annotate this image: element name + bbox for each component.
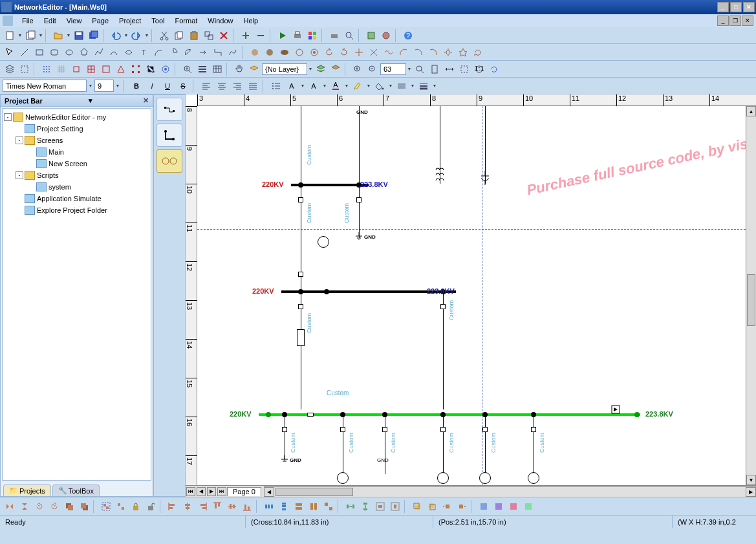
tree-node[interactable]: -NetworkEditor Editor - my	[4, 111, 149, 123]
zoom-input[interactable]: 63	[380, 63, 406, 75]
delete-button[interactable]	[217, 28, 231, 43]
page-next[interactable]: ▶	[207, 487, 216, 496]
tree-node[interactable]: -Screens	[4, 135, 149, 146]
ground-symbol[interactable]	[281, 455, 288, 463]
tool-b-button[interactable]	[379, 28, 393, 43]
switch-symbol[interactable]	[531, 427, 536, 432]
shape-refresh[interactable]	[471, 45, 485, 60]
line-weight[interactable]	[416, 79, 431, 93]
pie-tool[interactable]	[166, 45, 180, 60]
font-letter[interactable]: A	[285, 79, 299, 93]
polyline-tool[interactable]	[92, 45, 106, 60]
preview-button[interactable]	[342, 28, 356, 43]
layers-button[interactable]	[3, 62, 17, 76]
align-top-obj[interactable]	[210, 499, 224, 514]
add-button[interactable]	[239, 28, 253, 43]
close-button[interactable]: ✕	[743, 2, 755, 12]
rotate-left[interactable]	[47, 499, 61, 514]
fill-drop[interactable]: ▼	[388, 83, 393, 88]
shape-e[interactable]	[307, 45, 321, 60]
zoom-page[interactable]	[427, 62, 442, 76]
tree-node[interactable]: New Screen	[4, 158, 149, 169]
paste-button[interactable]	[187, 28, 201, 43]
transformer-symbol[interactable]	[435, 168, 445, 187]
misc-4[interactable]	[521, 499, 535, 514]
shape-arc1[interactable]	[396, 45, 411, 60]
meter-symbol[interactable]	[437, 472, 449, 484]
align-middle-obj[interactable]	[225, 499, 239, 514]
group[interactable]	[99, 499, 113, 514]
menu-view[interactable]: View	[61, 16, 87, 26]
play-marker[interactable]	[611, 405, 620, 414]
font-letter-drop[interactable]: ▼	[300, 83, 305, 88]
chord-tool[interactable]	[181, 45, 195, 60]
scroll-down[interactable]: ▼	[746, 475, 756, 485]
switch-symbol[interactable]	[440, 304, 446, 309]
sidebar-close[interactable]: ✕	[143, 96, 149, 105]
mdi-minimize-button[interactable]: _	[717, 16, 729, 26]
switch-symbol[interactable]	[440, 427, 446, 432]
line-weight-drop[interactable]: ▼	[432, 83, 437, 88]
tool-a-button[interactable]	[364, 28, 378, 43]
misc-2[interactable]	[491, 499, 506, 514]
same-height[interactable]	[307, 499, 321, 514]
meter-symbol[interactable]	[337, 472, 349, 484]
font-name-dropdown[interactable]: ▼	[88, 83, 93, 88]
guide-horizontal[interactable]	[197, 229, 746, 230]
arrow-tool[interactable]	[196, 45, 210, 60]
font-name-combo[interactable]: Times New Roman	[3, 80, 87, 92]
ground-symbol[interactable]	[355, 232, 363, 240]
tree-node[interactable]: system	[4, 181, 149, 193]
pointer-tool[interactable]	[3, 45, 17, 60]
tree-node[interactable]: -Scripts	[4, 169, 149, 181]
redo-dropdown[interactable]: ▼	[144, 33, 149, 38]
zoom-in2[interactable]	[351, 62, 365, 76]
open-dropdown[interactable]: ▼	[66, 33, 71, 38]
palette-item-1[interactable]	[157, 98, 182, 121]
line[interactable]	[534, 416, 534, 474]
arc-tool[interactable]	[151, 45, 166, 60]
scroll-thumb-h[interactable]	[275, 488, 353, 496]
tree-label[interactable]: Application Simulate	[37, 195, 102, 202]
zoom-out[interactable]	[365, 62, 380, 76]
distribute-v[interactable]	[277, 499, 291, 514]
menu-tool[interactable]: Tool	[146, 16, 169, 26]
table-button[interactable]	[210, 62, 224, 76]
switch-symbol[interactable]	[340, 427, 345, 432]
tree-label[interactable]: Main	[49, 148, 64, 156]
new-button[interactable]	[3, 28, 17, 43]
print2-button[interactable]	[327, 28, 341, 43]
meter-symbol[interactable]	[479, 472, 491, 484]
line-style[interactable]	[394, 79, 409, 93]
bus-node[interactable]	[266, 412, 271, 417]
menu-page[interactable]: Page	[87, 16, 114, 26]
redo-button[interactable]	[129, 28, 144, 43]
bus-node[interactable]	[324, 289, 329, 294]
switch-symbol[interactable]	[298, 197, 303, 202]
misc-1[interactable]	[477, 499, 491, 514]
scroll-right[interactable]: ▶	[746, 487, 756, 497]
tree-node[interactable]: Project Setting	[4, 123, 149, 135]
nudge-left[interactable]	[440, 499, 454, 514]
zoom-100[interactable]: 1:1	[472, 62, 486, 76]
remove-button[interactable]	[254, 28, 268, 43]
align-center[interactable]	[215, 79, 229, 93]
grid-button[interactable]	[305, 28, 319, 43]
shape-arc3[interactable]	[426, 45, 440, 60]
shape-star[interactable]	[456, 45, 470, 60]
shape-rotleft[interactable]	[322, 45, 336, 60]
scroll-left[interactable]: ◀	[264, 487, 274, 497]
switch-symbol[interactable]	[282, 427, 287, 432]
tree-expand[interactable]: -	[16, 136, 23, 144]
layers-edit[interactable]	[329, 62, 343, 76]
mdi-close-button[interactable]: ✕	[742, 16, 753, 26]
cut-button[interactable]	[157, 28, 171, 43]
strike-button[interactable]: S	[176, 79, 190, 93]
mdi-restore-button[interactable]: ❐	[729, 16, 741, 26]
polygon-tool[interactable]	[77, 45, 91, 60]
new-page-dropdown[interactable]: ▼	[38, 33, 43, 38]
undo-dropdown[interactable]: ▼	[124, 33, 129, 38]
connector-tool[interactable]	[211, 45, 225, 60]
zoom-dropdown[interactable]: ▼	[407, 67, 412, 71]
copy-button[interactable]	[172, 28, 186, 43]
